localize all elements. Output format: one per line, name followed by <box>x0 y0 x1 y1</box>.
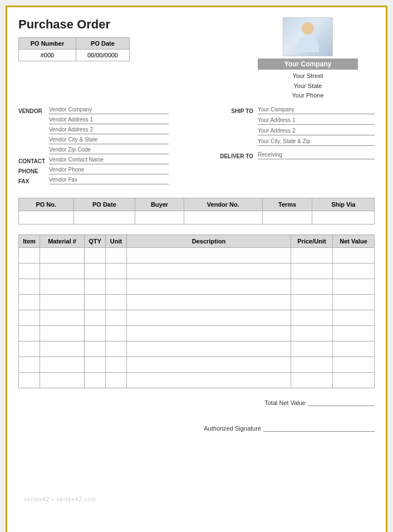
vendor-fax-field[interactable]: Vendor Fax <box>49 177 169 184</box>
col-ship-via: Ship Via <box>312 198 375 211</box>
item-row <box>19 325 375 341</box>
company-photo <box>283 17 333 56</box>
vendor-contact-row: CONTACT Vendor Contact Name <box>18 157 208 164</box>
vendor-phone-field[interactable]: Vendor Phone <box>49 167 169 174</box>
order-buyer[interactable] <box>135 211 184 224</box>
total-label: Total Net Value <box>264 399 308 406</box>
col-buyer: Buyer <box>135 198 184 211</box>
vendor-zip-row: Vendor Zip Code <box>18 147 208 154</box>
ship-section: SHIP TO Your Company Your Address 1 Your… <box>219 106 375 187</box>
deliver-to-row: DELIVER TO Receiving <box>219 152 375 159</box>
col-net-value: Net Value <box>333 235 375 247</box>
ship-city-row: Your City, State & Zip <box>219 138 375 146</box>
left-header: Purchase Order PO Number PO Date #000 00… <box>18 17 130 61</box>
item-row <box>19 341 375 357</box>
vendor-address1-row: Vendor Address 1 <box>18 116 208 124</box>
po-number-value[interactable]: #000 <box>19 50 76 61</box>
order-po-date[interactable] <box>73 211 135 224</box>
col-po-no: PO No. <box>19 198 74 211</box>
ship-city-field[interactable]: Your City, State & Zip <box>258 138 375 146</box>
item-row <box>19 279 375 294</box>
company-street: Your Street <box>292 71 323 81</box>
vendor-fax-row: FAX Vendor Fax <box>18 177 208 184</box>
col-po-date: PO Date <box>73 198 135 211</box>
ship-address2-field[interactable]: Your Address 2 <box>258 128 375 135</box>
order-terms[interactable] <box>262 211 312 224</box>
vendor-address1-field[interactable]: Vendor Address 1 <box>49 116 169 124</box>
order-table-row <box>19 211 375 224</box>
deliver-to-field[interactable]: Receiving <box>258 152 375 159</box>
vendor-phone-row: PHONE Vendor Phone <box>18 167 208 174</box>
vendor-address2-row: Vendor Address 2 <box>18 126 208 134</box>
vendor-city-row: Vendor City & State <box>18 136 208 144</box>
vendor-zip-field[interactable]: Vendor Zip Code <box>49 147 169 154</box>
item-row <box>19 372 375 388</box>
col-description: Description <box>127 235 291 247</box>
right-header: Your Company Your Street Your State Your… <box>241 17 375 101</box>
signature-row: Authorized Signature <box>18 423 375 432</box>
total-row: Total Net Value <box>18 397 375 406</box>
company-address: Your Street Your State Your Phone <box>292 71 323 101</box>
col-price-unit: Price/Unit <box>291 235 333 247</box>
page-title: Purchase Order <box>18 17 130 32</box>
po-info-table: PO Number PO Date #000 00/00/0000 <box>18 37 130 61</box>
purchase-order-page: Purchase Order PO Number PO Date #000 00… <box>6 6 387 532</box>
item-row <box>19 357 375 372</box>
item-row <box>19 247 375 263</box>
deliver-to-label: DELIVER TO <box>219 153 258 159</box>
person-head <box>302 22 314 35</box>
items-table: Item Material # QTY Unit Description Pri… <box>18 235 375 388</box>
ship-address1-row: Your Address 1 <box>219 117 375 125</box>
po-number-header: PO Number <box>19 38 76 50</box>
order-table: PO No. PO Date Buyer Vendor No. Terms Sh… <box>18 198 375 224</box>
header-section: Purchase Order PO Number PO Date #000 00… <box>18 17 375 101</box>
item-row <box>19 310 375 325</box>
col-material: Material # <box>40 235 85 247</box>
item-row <box>19 294 375 310</box>
col-vendor-no: Vendor No. <box>184 198 262 211</box>
vendor-company-row: VENDOR Vendor Company <box>18 106 208 114</box>
col-unit: Unit <box>106 235 127 247</box>
ship-address2-row: Your Address 2 <box>219 128 375 135</box>
ship-address1-field[interactable]: Your Address 1 <box>258 117 375 125</box>
order-po-no[interactable] <box>19 211 74 224</box>
ship-company-row: SHIP TO Your Company <box>219 106 375 114</box>
order-table-section: PO No. PO Date Buyer Vendor No. Terms Sh… <box>18 198 375 224</box>
vendor-section: VENDOR Vendor Company Vendor Address 1 V… <box>18 106 208 187</box>
order-ship-via[interactable] <box>312 211 375 224</box>
phone-label: PHONE <box>18 168 49 174</box>
vendor-company-field[interactable]: Vendor Company <box>49 106 169 114</box>
person-body <box>297 36 319 52</box>
vendor-address2-field[interactable]: Vendor Address 2 <box>49 126 169 134</box>
ship-to-label: SHIP TO <box>219 108 258 114</box>
order-vendor-no[interactable] <box>184 211 262 224</box>
contact-label: CONTACT <box>18 158 49 164</box>
middle-section: VENDOR Vendor Company Vendor Address 1 V… <box>18 106 375 187</box>
person-figure <box>294 22 322 56</box>
col-item: Item <box>19 235 40 247</box>
fax-label: FAX <box>18 178 49 184</box>
total-value-line[interactable] <box>308 397 375 406</box>
po-date-value[interactable]: 00/00/0000 <box>76 50 129 61</box>
ship-company-field[interactable]: Your Company <box>258 106 375 114</box>
vendor-city-field[interactable]: Vendor City & State <box>49 136 169 144</box>
vendor-label: VENDOR <box>18 108 49 114</box>
po-date-header: PO Date <box>76 38 129 50</box>
watermark: vertex42 • vertex42.com <box>24 496 96 502</box>
footer-section: Total Net Value Authorized Signature <box>18 397 375 432</box>
company-phone: Your Phone <box>292 91 323 101</box>
signature-label: Authorized Signature <box>204 425 263 432</box>
col-qty: QTY <box>85 235 106 247</box>
signature-line[interactable] <box>263 423 375 432</box>
company-name: Your Company <box>258 58 358 70</box>
vendor-contact-field[interactable]: Vendor Contact Name <box>49 157 169 164</box>
col-terms: Terms <box>262 198 312 211</box>
item-row <box>19 263 375 279</box>
company-state: Your State <box>292 81 323 91</box>
items-section: Item Material # QTY Unit Description Pri… <box>18 235 375 388</box>
